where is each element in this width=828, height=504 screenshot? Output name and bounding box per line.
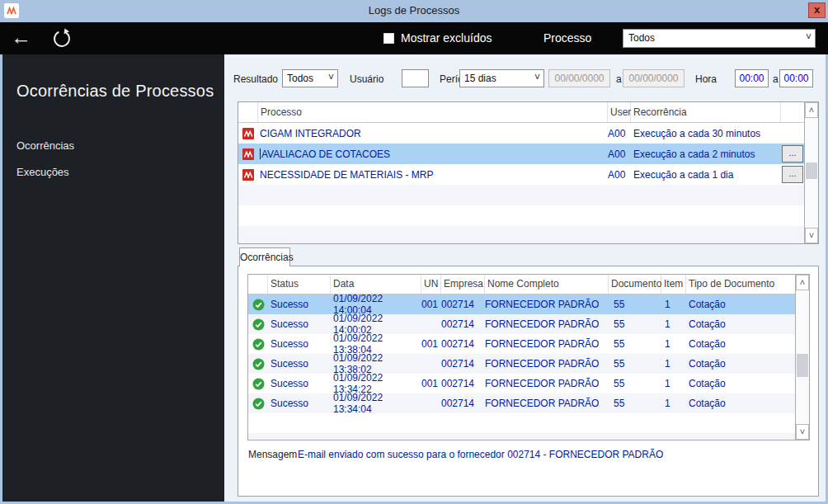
col-user: User [608,102,631,122]
occurrence-time: 13:34:04 [333,403,372,415]
cigam-process-icon [238,148,258,160]
titlebar: Logs de Processos x [0,0,828,22]
scroll-up-icon[interactable]: ˄ [805,102,818,118]
table-row[interactable]: Sucesso 01/09/202214:00:04 001 002714 FO… [248,294,795,314]
occurrence-empty-row [248,413,795,433]
occurrence-documento: 55 [609,378,661,389]
resultado-value: Todos [287,73,313,84]
scroll-down-icon[interactable]: ˅ [796,424,809,440]
occurrence-tipo: Cotação [686,378,795,389]
row-more-button[interactable]: ... [782,166,803,183]
date-from-input [548,69,610,87]
sidebar-item-ocorrencias[interactable]: Ocorrências [16,139,74,152]
process-filter-label: Processo [543,22,591,54]
sidebar-item-execucoes[interactable]: Execuções [16,166,69,178]
occurrence-empresa: 002714 [441,398,485,409]
occurrence-documento: 55 [609,358,661,370]
occurrence-un: 001 [421,378,441,389]
occurrence-documento: 55 [609,398,661,409]
occurrence-un: 001 [421,338,441,350]
occurrence-date: 01/09/2022 [333,313,384,324]
resultado-select[interactable]: Todos ˅ [282,69,338,87]
table-row[interactable]: Sucesso 01/09/202213:34:22 001 002714 FO… [248,374,795,393]
occurrence-empty-row [248,433,795,440]
refresh-icon[interactable] [51,28,73,49]
process-filter-value: Todos [628,32,655,44]
window-title: Logs de Processos [0,0,828,22]
table-row[interactable]: CIGAM INTEGRADOR A00 Execução a cada 30 … [238,123,804,144]
scroll-down-icon[interactable]: ˅ [805,228,818,243]
process-table-scrollbar[interactable]: ˄ ˅ [804,102,818,243]
occurrence-item: 1 [661,378,686,389]
hora-to-input[interactable] [779,69,813,87]
occurrence-tipo: Cotação [686,398,795,409]
cigam-process-icon [238,169,258,181]
table-row[interactable]: Sucesso 01/09/202213:38:04 001 002714 FO… [248,334,795,354]
process-table-header: Processo User Recorrência [238,102,818,123]
occurrence-nome: FORNECEDOR PADRÃO [485,378,609,389]
occurrence-date: 01/09/2022 [333,372,384,384]
occurrence-tipo: Cotação [686,358,795,370]
occurrence-date: 01/09/2022 [333,332,384,344]
scroll-up-icon[interactable]: ˄ [796,275,809,290]
resultado-label: Resultado [233,73,278,85]
process-recorrencia: Execução a cada 1 dia [631,169,781,181]
page-title: Ocorrências de Processos [16,82,214,101]
process-recorrencia: Execução a cada 2 minutos [631,148,781,160]
process-user: A00 [608,148,631,160]
close-button[interactable]: x [808,2,826,18]
success-check-icon [248,299,268,311]
occurrence-empresa: 002714 [441,318,485,330]
table-row[interactable]: Sucesso 01/09/202213:38:02 002714 FORNEC… [248,354,795,374]
back-arrow-icon[interactable]: ← [11,22,31,54]
occurrence-nome: FORNECEDOR PADRÃO [485,358,609,370]
success-check-icon [248,318,268,331]
mensagem-label: Mensagem [248,449,297,460]
process-name: NECESSIDADE DE MATERIAIS - MRP [258,169,608,181]
occurrence-nome: FORNECEDOR PADRÃO [485,338,609,350]
process-filter-select[interactable]: Todos ˅ [623,29,816,48]
process-table-body: CIGAM INTEGRADOR A00 Execução a cada 30 … [238,123,804,243]
occurrence-item: 1 [661,398,686,409]
periodo-select[interactable]: 15 dias ˅ [459,69,544,87]
app-window: Logs de Processos x ← Mostrar excluídos … [0,0,828,504]
hora-from-input[interactable] [735,69,769,87]
occurrence-un: 001 [421,299,441,310]
table-row[interactable]: Sucesso 01/09/202213:34:04 002714 FORNEC… [248,393,795,413]
occurrence-nome: FORNECEDOR PADRÃO [485,398,609,409]
process-name: CIGAM INTEGRADOR [258,128,608,139]
show-excluded-label: Mostrar excluídos [401,22,492,54]
scrollbar-thumb[interactable] [806,163,817,179]
success-check-icon [248,398,268,410]
mensagem-text: E-mail enviado com sucesso para o fornec… [298,449,663,460]
tab-ocorrencias[interactable]: Ocorrências [239,247,290,266]
occurrences-panel: Status Data UN Empresa Nome Completo Doc… [238,266,819,497]
occurrences-table-scrollbar[interactable]: ˄ ˅ [795,275,809,440]
col-documento: Documento [609,275,661,294]
occurrence-status: Sucesso [268,299,331,310]
table-row[interactable]: NECESSIDADE DE MATERIAIS - MRP A00 Execu… [238,164,804,185]
success-check-icon [248,358,268,370]
occurrence-documento: 55 [609,338,661,350]
occurrence-documento: 55 [609,318,661,330]
col-status: Status [268,275,331,294]
occurrence-tipo: Cotação [686,338,795,350]
occurrence-empresa: 002714 [441,358,485,370]
occurrence-status: Sucesso [268,338,331,350]
show-excluded-checkbox[interactable] [383,33,394,44]
process-user: A00 [608,128,631,139]
table-row[interactable]: Sucesso 01/09/202214:00:02 002714 FORNEC… [248,314,795,334]
occurrence-empresa: 002714 [441,299,485,310]
scrollbar-thumb[interactable] [797,354,808,377]
process-recorrencia: Execução a cada 30 minutos [631,128,781,139]
date-to-input [623,69,685,87]
occurrence-status: Sucesso [268,378,331,389]
usuario-input[interactable] [402,69,429,87]
process-empty-row [238,205,804,226]
occurrences-table-header: Status Data UN Empresa Nome Completo Doc… [248,275,809,294]
table-row[interactable]: AVALIACAO DE COTACOES A00 Execução a cad… [238,144,804,164]
row-more-button[interactable]: ... [782,145,803,163]
occurrence-status: Sucesso [268,398,331,409]
chevron-down-icon: ˅ [806,30,812,47]
success-check-icon [248,338,268,351]
